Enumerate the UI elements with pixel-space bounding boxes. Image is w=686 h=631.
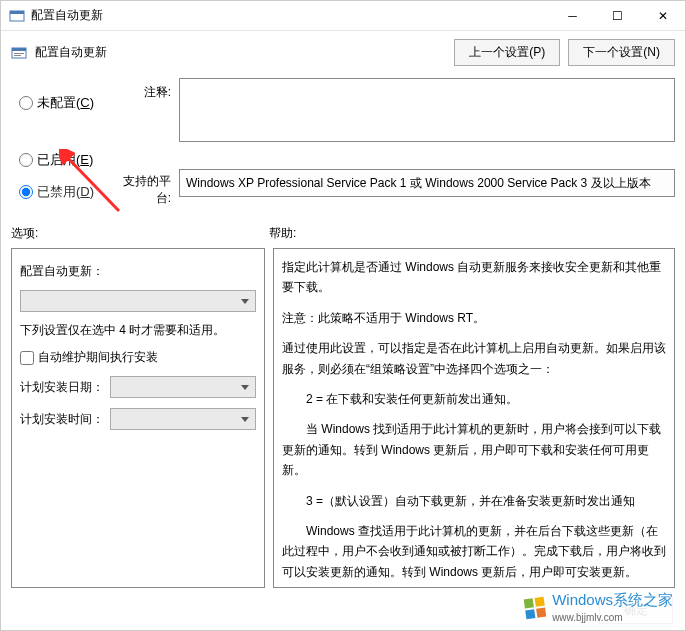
close-button[interactable]: ✕	[640, 1, 685, 30]
help-panel[interactable]: 指定此计算机是否通过 Windows 自动更新服务来接收安全更新和其他重要下载。…	[273, 248, 675, 588]
comment-label: 注释:	[111, 78, 179, 145]
platform-text: Windows XP Professional Service Pack 1 或…	[179, 169, 675, 197]
radio-not-configured-input[interactable]	[19, 96, 33, 110]
svg-rect-1	[10, 11, 24, 14]
watermark-brand: Windows系统之家	[552, 591, 673, 608]
toolbar: 配置自动更新 上一个设置(P) 下一个设置(N)	[1, 31, 685, 74]
plan-date-combo[interactable]	[110, 376, 256, 398]
svg-rect-8	[535, 596, 545, 606]
watermark-url: www.bjjmlv.com	[552, 612, 622, 623]
plan-time-label: 计划安装时间：	[20, 411, 104, 428]
watermark: Windows系统之家 www.bjjmlv.com	[518, 589, 677, 626]
comment-textarea[interactable]	[179, 78, 675, 142]
window-title: 配置自动更新	[31, 7, 550, 24]
maximize-button[interactable]: ☐	[595, 1, 640, 30]
radio-enabled[interactable]: 已启用(E)	[19, 151, 111, 169]
options-heading: 选项:	[11, 225, 269, 242]
svg-rect-5	[14, 55, 21, 56]
help-p3: 2 = 在下载和安装任何更新前发出通知。	[282, 389, 666, 409]
plan-date-label: 计划安装日期：	[20, 379, 104, 396]
svg-rect-9	[525, 609, 535, 619]
policy-title: 配置自动更新	[35, 44, 446, 61]
window: 配置自动更新 ─ ☐ ✕ 配置自动更新 上一个设置(P) 下一个设置(N) 未配…	[0, 0, 686, 631]
help-p1: 注意：此策略不适用于 Windows RT。	[282, 308, 666, 328]
next-setting-button[interactable]: 下一个设置(N)	[568, 39, 675, 66]
svg-rect-10	[536, 607, 546, 617]
svg-rect-4	[14, 53, 24, 54]
windows-logo-icon	[522, 595, 548, 621]
auto-maint-checkbox[interactable]	[20, 351, 34, 365]
platform-label: 支持的平台:	[111, 149, 179, 215]
help-p2: 通过使用此设置，可以指定是否在此计算机上启用自动更新。如果启用该服务，则必须在“…	[282, 338, 666, 379]
help-p0: 指定此计算机是否通过 Windows 自动更新服务来接收安全更新和其他重要下载。	[282, 257, 666, 298]
help-heading: 帮助:	[269, 225, 675, 242]
help-p4: 当 Windows 找到适用于此计算机的更新时，用户将会接到可以下载更新的通知。…	[282, 419, 666, 480]
minimize-button[interactable]: ─	[550, 1, 595, 30]
radio-enabled-input[interactable]	[19, 153, 33, 167]
prev-setting-button[interactable]: 上一个设置(P)	[454, 39, 560, 66]
help-p6: Windows 查找适用于此计算机的更新，并在后台下载这些更新（在此过程中，用户…	[282, 521, 666, 582]
help-p5: 3 =（默认设置）自动下载更新，并在准备安装更新时发出通知	[282, 491, 666, 511]
svg-rect-3	[12, 48, 26, 51]
radio-not-configured[interactable]: 未配置(C)	[19, 94, 111, 112]
update-mode-combo[interactable]	[20, 290, 256, 312]
svg-rect-7	[524, 598, 534, 608]
radio-disabled[interactable]: 已禁用(D)	[19, 183, 111, 201]
policy-icon	[11, 45, 27, 61]
options-subnote: 下列设置仅在选中 4 时才需要和适用。	[20, 322, 225, 339]
window-icon	[9, 8, 25, 24]
options-section-header: 配置自动更新：	[20, 263, 104, 280]
plan-time-combo[interactable]	[110, 408, 256, 430]
options-panel: 配置自动更新： 下列设置仅在选中 4 时才需要和适用。 自动维护期间执行安装 计…	[11, 248, 265, 588]
titlebar: 配置自动更新 ─ ☐ ✕	[1, 1, 685, 31]
auto-maint-label: 自动维护期间执行安装	[38, 349, 158, 366]
radio-disabled-input[interactable]	[19, 185, 33, 199]
